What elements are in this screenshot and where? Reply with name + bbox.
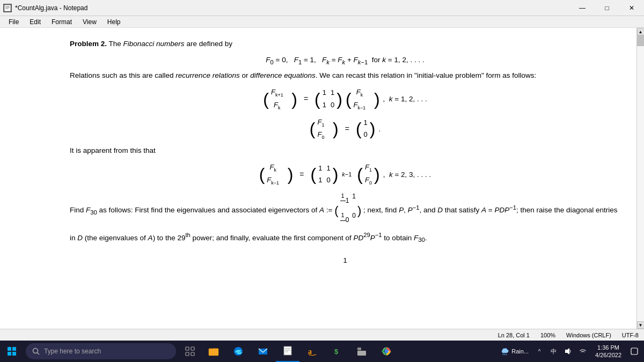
file-manager-button[interactable] <box>350 341 374 362</box>
mail-button[interactable] <box>251 341 275 362</box>
menu-bar: File Edit Format View Help <box>0 16 644 28</box>
scrollbar[interactable]: ▲ ▼ <box>636 28 644 329</box>
language-indicator[interactable]: 中 <box>547 341 560 362</box>
status-bar: Ln 28, Col 1 100% Windows (CRLF) UTF-8 <box>0 329 644 341</box>
notepad-taskbar-button[interactable] <box>276 341 299 362</box>
svg-rect-0 <box>4 5 11 11</box>
zoom-level: 100% <box>540 332 555 338</box>
find-f30-paragraph: Find F30 as follows: First find the eige… <box>70 191 620 245</box>
start-button[interactable] <box>0 341 24 362</box>
chrome-button[interactable] <box>375 341 398 362</box>
clock-time: 1:36 PM <box>595 344 621 351</box>
svg-rect-5 <box>12 347 16 351</box>
network-icon <box>579 348 587 355</box>
svg-marker-33 <box>567 348 569 354</box>
minimize-button[interactable]: — <box>570 0 595 16</box>
scroll-track[interactable] <box>637 35 644 321</box>
svg-text:$: $ <box>334 348 339 356</box>
menu-help[interactable]: Help <box>103 17 125 27</box>
svg-rect-17 <box>284 346 291 355</box>
svg-line-31 <box>506 354 507 355</box>
svg-rect-34 <box>631 348 638 354</box>
titlebar-left: *CountAlg.java - Notepad <box>3 4 87 12</box>
clock-display[interactable]: 1:36 PM 4/26/2022 <box>591 344 626 359</box>
network-button[interactable] <box>577 341 589 362</box>
apparent-paragraph: It is apparent from this that <box>70 145 620 157</box>
relations-paragraph: Relations such as this are called recurr… <box>70 70 620 82</box>
menu-edit[interactable]: Edit <box>25 17 45 27</box>
weather-button[interactable]: Rain... <box>497 341 532 362</box>
weather-label: Rain... <box>511 348 529 354</box>
svg-line-9 <box>38 353 40 355</box>
svg-text:a: a <box>308 348 312 356</box>
svg-rect-24 <box>357 351 366 356</box>
notepad-icon <box>3 4 12 12</box>
window-controls: — □ ✕ <box>570 0 644 16</box>
amazon-button[interactable]: a <box>301 341 324 362</box>
taskbar: Type here to search <box>0 341 644 362</box>
weather-icon <box>501 347 509 356</box>
scroll-thumb[interactable] <box>637 35 644 46</box>
file-explorer-button[interactable] <box>202 341 225 362</box>
editor-content[interactable]: Problem 2. The Fibonacci numbers are def… <box>64 28 636 329</box>
matrix-eq-1: ( Fk+1 . Fk . ) = ( 11 10 ) ( <box>70 86 620 113</box>
svg-point-27 <box>385 350 389 353</box>
taskbar-right: Rain... ^ 中 1:36 PM 4/26/2022 <box>497 341 644 362</box>
chevron-up-button[interactable]: ^ <box>534 341 545 362</box>
scroll-down-arrow[interactable]: ▼ <box>637 321 645 329</box>
svg-rect-4 <box>8 347 11 351</box>
menu-view[interactable]: View <box>78 17 101 27</box>
speaker-icon <box>565 348 572 355</box>
maximize-button[interactable]: □ <box>595 0 619 16</box>
window-title: *CountAlg.java - Notepad <box>15 4 87 12</box>
taskbar-search-bar[interactable]: Type here to search <box>26 343 176 359</box>
page-number: 1 <box>70 255 620 267</box>
notification-icon <box>631 348 638 355</box>
edge-browser-button[interactable] <box>226 341 250 362</box>
matrix-eq-2: ( F1 . F0 . ) = ( 1 0 ) . <box>70 116 620 143</box>
svg-rect-32 <box>565 350 567 353</box>
menu-file[interactable]: File <box>4 17 23 27</box>
svg-rect-23 <box>357 348 361 350</box>
fibonacci-definition: F0 = 0, F1 = 1, Fk = Fk + Fk−1 for k = 1… <box>70 54 620 67</box>
cursor-position: Ln 28, Col 1 <box>498 332 530 338</box>
encoding: UTF-8 <box>622 332 639 338</box>
svg-point-8 <box>33 349 38 353</box>
svg-rect-10 <box>186 347 189 350</box>
line-ending: Windows (CRLF) <box>566 332 611 338</box>
close-button[interactable]: ✕ <box>619 0 644 16</box>
problem-heading: Problem 2. The Fibonacci numbers are def… <box>70 39 620 50</box>
svg-rect-6 <box>8 352 11 356</box>
search-placeholder: Type here to search <box>44 348 101 355</box>
svg-rect-7 <box>12 352 16 356</box>
svg-line-29 <box>503 354 503 355</box>
left-gutter <box>0 28 64 329</box>
task-view-button[interactable] <box>178 341 202 362</box>
currency-button[interactable]: $ <box>325 341 349 362</box>
notification-button[interactable] <box>628 341 641 362</box>
search-icon <box>32 348 40 355</box>
menu-format[interactable]: Format <box>47 17 76 27</box>
svg-rect-13 <box>191 352 194 356</box>
scroll-up-arrow[interactable]: ▲ <box>637 28 645 35</box>
clock-date: 4/26/2022 <box>595 351 621 359</box>
taskbar-center-icons: a $ <box>202 341 398 362</box>
editor-area[interactable]: Problem 2. The Fibonacci numbers are def… <box>0 28 644 329</box>
title-bar: *CountAlg.java - Notepad — □ ✕ <box>0 0 644 16</box>
svg-line-30 <box>504 354 505 355</box>
matrix-eq-3: ( Fk . Fk−1 . ) = ( 11 10 ) k−1 <box>70 161 620 188</box>
svg-rect-12 <box>186 352 189 356</box>
svg-rect-11 <box>191 347 194 350</box>
speaker-button[interactable] <box>562 341 575 362</box>
